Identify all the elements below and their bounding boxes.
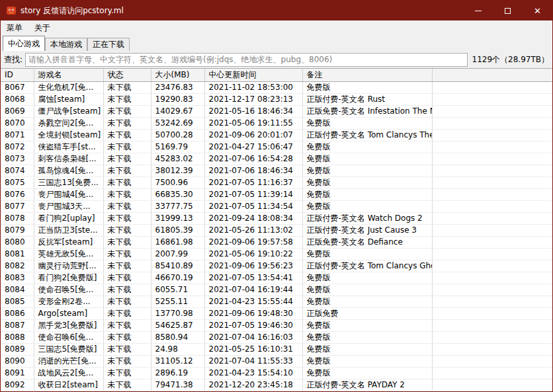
cell-status: 未下载	[103, 343, 151, 355]
cell-size: 33777.75	[151, 200, 204, 212]
cell-filler	[432, 331, 552, 343]
cell-size: 31105.12	[151, 355, 204, 367]
cell-status: 未下载	[103, 391, 151, 391]
col-header-remark[interactable]: 备注	[302, 69, 432, 81]
cell-size: 45283.02	[151, 153, 204, 165]
table-row[interactable]: 8069僵尸战争[steam]未下载14029.672021-05-16 18:…	[1, 105, 552, 117]
table-row[interactable]: 8087黑手党3[免费版]未下载54625.872021-07-05 19:46…	[1, 319, 552, 331]
cell-id: 8073	[1, 153, 34, 165]
minimize-icon	[475, 11, 482, 11]
cell-name: 英雄无敌5[免...	[34, 248, 103, 260]
cell-filler	[432, 295, 552, 307]
cell-remark: 免费版	[302, 188, 432, 200]
col-header-name[interactable]: 游戏名	[34, 69, 103, 81]
table-row[interactable]: 8093全面战争战锤[...未下载34423.872021-04-21 17:3…	[1, 391, 552, 391]
cell-remark: 免费版	[302, 331, 432, 343]
table-row[interactable]: 8071全境封锁[steam]未下载50700.282021-09-06 20:…	[1, 129, 552, 141]
cell-name: 收获日2[steam]	[34, 379, 103, 391]
cell-updated: 2021-07-04 16:16:03	[204, 331, 302, 343]
cell-status: 未下载	[103, 165, 151, 176]
table-row[interactable]: 8092收获日2[steam]未下载79471.382021-12-20 23:…	[1, 379, 552, 391]
cell-updated: 2021-07-04 16:19:44	[204, 284, 302, 295]
cell-name: 杀戮空间2[免...	[34, 117, 103, 129]
cell-status: 未下载	[103, 331, 151, 343]
cell-remark: 正版付费-英文名 PAYDAY 2	[302, 379, 432, 391]
cell-status: 未下载	[103, 212, 151, 224]
cell-filler	[432, 188, 552, 200]
cell-size: 13770.98	[151, 307, 204, 319]
cell-remark: 免费版	[302, 117, 432, 129]
cell-name: 幽灵行动荒野[...	[34, 260, 103, 272]
cell-name: 全境封锁[steam]	[34, 129, 103, 141]
col-header-status[interactable]: 状态	[103, 69, 151, 81]
cell-remark: 正版免费-英文名 Infestation The N...	[302, 105, 432, 117]
cell-updated: 2021-05-16 18:46:34	[204, 105, 302, 117]
table-row[interactable]: 8074孤岛惊魂4[免...未下载38012.392021-07-06 18:4…	[1, 165, 552, 176]
table-row[interactable]: 8078看门狗2[uplay]未下载31999.132021-09-24 18:…	[1, 212, 552, 224]
col-header-updated[interactable]: 中心更新时间	[204, 69, 302, 81]
table-row[interactable]: 8076丧尸围城4[免...未下载66835.302021-07-05 11:3…	[1, 188, 552, 200]
search-label: 查找:	[4, 54, 22, 65]
cell-name: 反抗军[steam]	[34, 236, 103, 248]
cell-updated: 2021-07-06 16:54:28	[204, 153, 302, 165]
cell-id: 8067	[1, 81, 34, 93]
cell-status: 未下载	[103, 224, 151, 236]
cell-name: 使命召唤5[免...	[34, 284, 103, 295]
cell-updated: 2021-04-27 15:06:47	[204, 141, 302, 153]
table-row[interactable]: 8085变形金刚2卷...未下载5255.112021-04-23 15:55:…	[1, 295, 552, 307]
minimize-button[interactable]	[463, 1, 493, 20]
cell-status: 未下载	[103, 153, 151, 165]
table-row[interactable]: 8067生化危机7[免...未下载23476.832021-11-02 18:5…	[1, 81, 552, 93]
table-row[interactable]: 8081英雄无敌5[免...未下载2007.992021-05-06 19:10…	[1, 248, 552, 260]
table-row[interactable]: 8086Argo[steam]未下载13770.982021-09-06 19:…	[1, 307, 552, 319]
menu-item-about[interactable]: 关于	[28, 20, 56, 35]
col-header-id[interactable]: ID	[1, 69, 34, 81]
games-count: 1129个（28.97TB）	[472, 54, 549, 65]
table-row[interactable]: 8072侠盗猎车手[st...未下载5169.792021-04-27 15:0…	[1, 141, 552, 153]
table-row[interactable]: 8090消逝的光芒[免...未下载31105.122021-07-04 11:5…	[1, 355, 552, 367]
cell-remark: 正版付费-英文名 Watch Dogs 2	[302, 212, 432, 224]
cell-updated: 2021-04-23 15:55:44	[204, 295, 302, 307]
maximize-button[interactable]	[493, 1, 523, 20]
cell-remark: 正版付费-英文名 Just Cause 3	[302, 224, 432, 236]
table-row[interactable]: 8083看门狗2[免费版]未下载46670.192021-07-05 13:54…	[1, 272, 552, 284]
table-row[interactable]: 8079正当防卫3[ste...未下载61805.392021-05-26 11…	[1, 224, 552, 236]
cell-name: 孤岛惊魂4[免...	[34, 165, 103, 176]
table-row[interactable]: 8091战地风云2[免...未下载2896.192021-04-23 15:54…	[1, 367, 552, 379]
close-button[interactable]: ✕	[523, 1, 552, 20]
cell-id: 8077	[1, 200, 34, 212]
table-row[interactable]: 8080反抗军[steam]未下载16861.982021-09-06 19:5…	[1, 236, 552, 248]
cell-filler	[432, 200, 552, 212]
cell-size: 7500.96	[151, 176, 204, 188]
cell-name: 丧尸围城4[免...	[34, 188, 103, 200]
table-row[interactable]: 8084使命召唤5[免...未下载6055.712021-07-04 16:19…	[1, 284, 552, 295]
table-row[interactable]: 8082幽灵行动荒野[...未下载85410.892021-09-06 19:5…	[1, 260, 552, 272]
cell-updated: 2021-07-05 11:16:37	[204, 176, 302, 188]
menu-bar: 菜单 关于	[1, 20, 552, 35]
cell-status: 未下载	[103, 272, 151, 284]
table-row[interactable]: 8075三国志13[免费...未下载7500.962021-07-05 11:1…	[1, 176, 552, 188]
tab-local-games[interactable]: 本地游戏	[45, 38, 87, 51]
col-header-size[interactable]: 大小(MB)	[151, 69, 204, 81]
table-row[interactable]: 8088使命召唤6[免...未下载8580.942021-07-04 16:16…	[1, 331, 552, 343]
tab-downloading[interactable]: 正在下载	[87, 38, 130, 51]
search-input[interactable]	[25, 53, 467, 67]
cell-size: 85410.89	[151, 260, 204, 272]
cell-filler	[432, 212, 552, 224]
cell-updated: 2021-09-06 19:48:30	[204, 307, 302, 319]
table-row[interactable]: 8070杀戮空间2[免...未下载53242.692021-05-06 19:1…	[1, 117, 552, 129]
cell-id: 8088	[1, 331, 34, 343]
table-row[interactable]: 8089三国志5[免费版]未下载24.982021-05-25 16:10:31…	[1, 343, 552, 355]
cell-size: 8580.94	[151, 331, 204, 343]
table-row[interactable]: 8077丧尸围城3天...未下载33777.752021-07-05 11:34…	[1, 200, 552, 212]
table-row[interactable]: 8073刺客信条枭雄[...未下载45283.022021-07-06 16:5…	[1, 153, 552, 165]
menu-item-main[interactable]: 菜单	[1, 20, 28, 35]
cell-remark: 正版付费-英文名 Tom Clancys Gho...	[302, 260, 432, 272]
cell-id: 8085	[1, 295, 34, 307]
cell-filler	[432, 129, 552, 141]
cell-size: 66835.30	[151, 188, 204, 200]
table-row[interactable]: 8068腐蚀[steam]未下载19290.832021-12-17 08:23…	[1, 93, 552, 105]
tab-center-games[interactable]: 中心游戏	[3, 36, 45, 51]
cell-name: 变形金刚2卷...	[34, 295, 103, 307]
cell-status: 未下载	[103, 141, 151, 153]
